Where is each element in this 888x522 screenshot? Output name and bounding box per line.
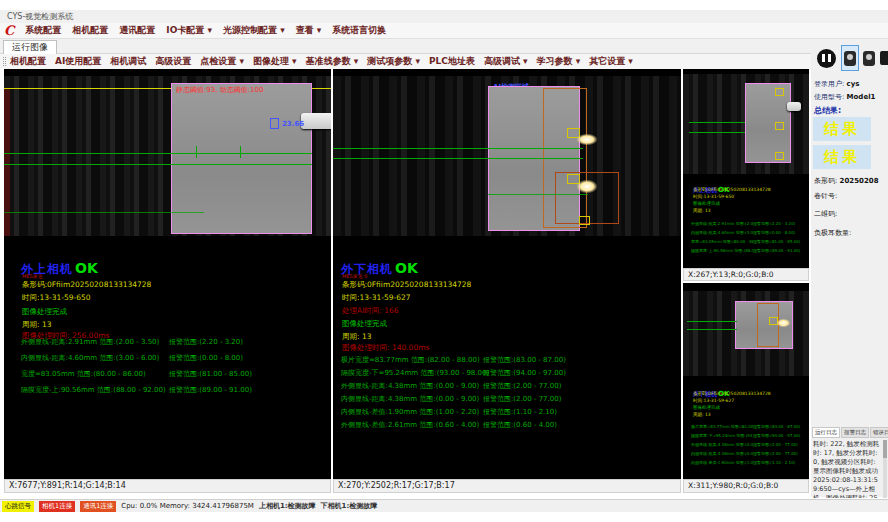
measurement-text: 极片宽度=83.77mm 范围:(82.00 - 88.00) bbox=[341, 355, 483, 365]
measurement-text: 内侧显线-差值:1.90mm 范围:(1.00 - 2.20) bbox=[341, 407, 483, 417]
pixel-coords-thumb-lower: X:311;Y:980;R:0;G:0;B:0 bbox=[683, 479, 809, 493]
log-tab-error[interactable]: 错误日志 bbox=[870, 427, 888, 438]
menu-item-io-config[interactable]: IO卡配置 ▾ bbox=[166, 24, 212, 37]
cpu-memory-status: Cpu: 0.0% Memory: 3424.41796875M bbox=[121, 502, 254, 510]
camera-view-lower[interactable]: AI检测区域 外下相机OK MES发送:0 条形码:0Ffiim20250208… bbox=[333, 69, 681, 479]
camera-view-upper[interactable]: 静态阈值:93, 动态阈值:100 23.66 外上相机OK MES发送 条形码… bbox=[4, 69, 331, 479]
camera-image-upper[interactable]: 静态阈值:93, 动态阈值:100 23.66 bbox=[4, 76, 331, 236]
login-user-value: cys bbox=[847, 80, 860, 88]
alarm-range: 报警范围:(0.00 - 8.00) bbox=[169, 353, 243, 363]
measurement-text: 宽度=83.05mm 范围:(80.00 - 86.00) bbox=[21, 369, 169, 379]
measurement-text: 隔膜宽度-上:90.56mm 范围:(88.00 - 92.00) bbox=[21, 385, 169, 395]
exit-button[interactable] bbox=[878, 45, 888, 71]
product-region bbox=[745, 83, 791, 163]
login-user-button[interactable] bbox=[841, 45, 859, 71]
ai-time-line: 处理AI时间: 166 bbox=[342, 306, 399, 316]
tool-spot-check[interactable]: 点检设置 ▾ bbox=[200, 55, 244, 68]
alarm-range: 报警范围:(2.00 - 77.00) bbox=[753, 451, 798, 456]
titlebar: CYS-视觉检测系统 bbox=[0, 10, 888, 23]
process-done-line: 图像处理完成 bbox=[342, 319, 387, 329]
menu-item-view[interactable]: 查看 ▾ bbox=[296, 24, 322, 37]
menu-item-language[interactable]: 系统语言切换 bbox=[332, 24, 386, 37]
upper-camera-status[interactable]: 上相机1:检测故障 bbox=[259, 501, 316, 511]
measure-tick bbox=[240, 146, 241, 158]
toolbar: 相机配置 AI使用配置 相机调试 高级设置 点检设置 ▾ 图像处理 ▾ 基准线参… bbox=[0, 54, 888, 69]
cycle-line: 周期: 13 bbox=[693, 412, 711, 417]
tool-plc-address[interactable]: PLC地址表 bbox=[429, 55, 475, 68]
cycle-line: 周期: 13 bbox=[693, 208, 711, 213]
measurement-text: 隔膜宽度-下=95.24mm 范围:(93.00 - 98.00) bbox=[341, 368, 483, 378]
alarm-range: 报警范围:(81.00 - 85.00) bbox=[753, 239, 800, 244]
pause-button[interactable] bbox=[813, 45, 839, 71]
exit-door-icon bbox=[880, 51, 888, 65]
tool-advanced-settings[interactable]: 高级设置 bbox=[155, 55, 191, 68]
threshold-overlay: 静态阈值:93, 动态阈值:100 bbox=[176, 85, 263, 95]
barcode-label: 条形码: bbox=[814, 177, 837, 185]
lower-camera-status[interactable]: 下相机1:检测故障 bbox=[321, 501, 378, 511]
menu-item-system-config[interactable]: 系统配置 bbox=[25, 24, 61, 37]
barcode-value: 20250208 bbox=[840, 177, 879, 185]
measurement-text: 隔膜宽度-上:90.56mm 范围:(88.00 - 92.00) bbox=[691, 248, 753, 253]
result-placeholder: 结果 bbox=[824, 120, 860, 139]
camera-link-badge: 相机1连接 bbox=[39, 501, 75, 512]
measure-line bbox=[333, 148, 583, 149]
tag-box bbox=[775, 152, 784, 160]
reflection-highlight bbox=[777, 319, 790, 327]
log-scrollbar[interactable] bbox=[883, 440, 887, 498]
measurement-text: 外侧显线-距离:2.91mm 范围:(2.00 - 3.50) bbox=[691, 221, 753, 226]
alarm-range: 报警范围:(2.00 - 77.00) bbox=[483, 394, 561, 404]
qr-label: 二维码: bbox=[814, 209, 837, 219]
menu-item-comm-config[interactable]: 通讯配置 bbox=[119, 24, 155, 37]
status-bar: 心跳信号 相机1连接 通讯1连接 Cpu: 0.0% Memory: 3424.… bbox=[0, 499, 888, 512]
tag-box bbox=[775, 88, 784, 96]
measurement-text: 极片宽度=83.77mm 范围:(82.00 - 88.00) bbox=[691, 424, 753, 429]
thumbnail-view-lower[interactable]: 外下相机OK 条形码:0Ffiim20250208133134728 时间:13… bbox=[683, 283, 809, 479]
tool-advanced-debug[interactable]: 高级调试 ▾ bbox=[484, 55, 528, 68]
time-line: 时间:13-31-59-650 bbox=[693, 194, 734, 199]
thumbnail-image-lower[interactable] bbox=[683, 291, 809, 376]
alarm-range: 报警范围:(83.00 - 87.00) bbox=[753, 424, 800, 429]
log-tabs: 运行日志 报警日志 错误日志 bbox=[812, 427, 888, 438]
lock-button[interactable] bbox=[861, 45, 877, 71]
barcode-line: 条形码:0Ffiim20250208133134728 bbox=[342, 280, 471, 290]
tool-other-settings[interactable]: 其它设置 ▾ bbox=[589, 55, 633, 68]
log-tab-alarm[interactable]: 报警日志 bbox=[841, 427, 869, 438]
camera-image-lower[interactable]: AI检测区域 bbox=[333, 76, 681, 236]
tool-camera-debug[interactable]: 相机调试 bbox=[110, 55, 146, 68]
lock-icon bbox=[863, 51, 875, 66]
tool-learning-params[interactable]: 学习参数 ▾ bbox=[537, 55, 581, 68]
alarm-range: 报警范围:(2.00 - 77.00) bbox=[483, 381, 561, 391]
measurement-text: 外侧显线-距离:4.38mm 范围:(0.00 - 9.00) bbox=[691, 442, 753, 447]
cycle-line: 周期: 13 bbox=[342, 332, 371, 342]
tool-baseline-params[interactable]: 基准线参数 ▾ bbox=[306, 55, 359, 68]
measurement-text: 内侧显线-距离:4.60mm 范围:(3.00 - 6.00) bbox=[21, 353, 169, 363]
login-user-row: 登录用户: cys bbox=[814, 79, 859, 89]
tool-ai-usage[interactable]: AI使用配置 bbox=[55, 55, 101, 68]
measure-line bbox=[4, 212, 204, 213]
pause-icon bbox=[817, 49, 836, 68]
model-label: 使用型号: bbox=[814, 93, 844, 101]
measurement-text: 内侧显线-距离:4.60mm 范围:(3.00 - 6.00) bbox=[691, 230, 753, 235]
log-text: 耗时: 222, 触发检测耗时: 17, 触发分发耗时: 0, 触发视频分区耗时… bbox=[813, 440, 881, 498]
gripper-clip bbox=[787, 102, 801, 111]
status-ok: OK bbox=[75, 260, 98, 276]
login-user-label: 登录用户: bbox=[814, 80, 844, 88]
measurement-text: 内侧显线-距离:4.38mm 范围:(0.00 - 9.00) bbox=[691, 451, 753, 456]
measure-line bbox=[333, 158, 583, 159]
user-icon bbox=[844, 51, 856, 66]
menu-item-light-config[interactable]: 光源控制配置 ▾ bbox=[223, 24, 285, 37]
tool-test-params[interactable]: 测试项参数 ▾ bbox=[367, 55, 420, 68]
reflection-highlight bbox=[577, 134, 597, 145]
time-line: 时间:13-31-59-650 bbox=[22, 293, 91, 303]
tool-camera-config[interactable]: 相机配置 bbox=[10, 55, 46, 68]
log-tab-run[interactable]: 运行日志 bbox=[812, 427, 840, 438]
alarm-range: 报警范围:(94.00 - 97.00) bbox=[483, 368, 566, 378]
thumbnail-image-upper[interactable] bbox=[683, 74, 809, 174]
tool-image-processing[interactable]: 图像处理 ▾ bbox=[253, 55, 297, 68]
tab-run-image[interactable]: 运行图像 bbox=[3, 40, 57, 54]
value-marker-box bbox=[270, 118, 279, 129]
menu-item-camera-config[interactable]: 相机配置 bbox=[72, 24, 108, 37]
pixel-coords-upper: X:7677;Y:891;R:14;G:14;B:14 bbox=[4, 479, 331, 493]
thumbnail-view-upper[interactable]: 外上相机OK 条形码:0Ffiim20250208133134728 时间:13… bbox=[683, 69, 809, 268]
alarm-range: 报警范围:(2.20 - 3.20) bbox=[753, 221, 795, 226]
